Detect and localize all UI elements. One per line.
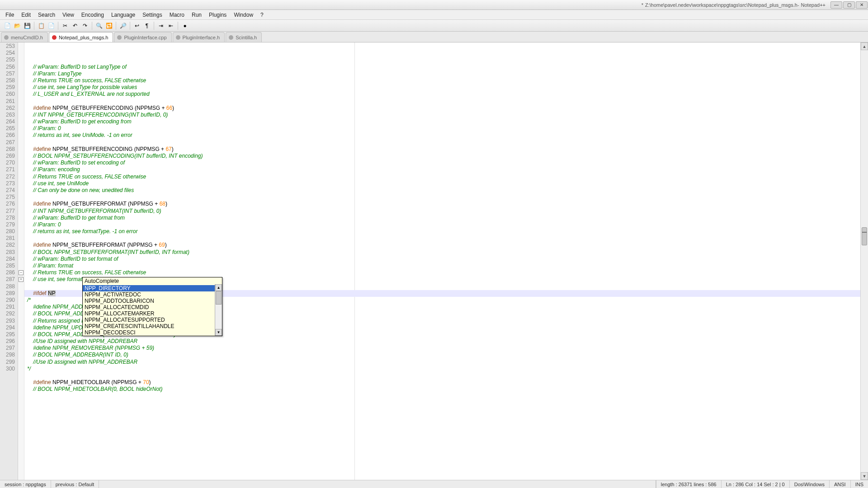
redo-button[interactable]: ↷ [80, 21, 90, 30]
scroll-track[interactable] [861, 50, 868, 472]
code-line[interactable]: */ [24, 366, 860, 372]
copy-button[interactable]: 📋 [37, 21, 46, 30]
fold-toggle[interactable]: − [19, 270, 24, 275]
code-line[interactable]: // wParam: BufferID to set encoding of [24, 160, 860, 166]
code-line[interactable]: // Returns TRUE on success, FALSE otherw… [24, 77, 860, 84]
autocomplete-item[interactable]: NPPM_ALLOCATEMARKER [83, 310, 222, 317]
code-line[interactable]: //Use ID assigned with NPPM_ADDREBAR [24, 359, 860, 366]
code-line[interactable]: // lParam: format [24, 263, 860, 269]
scroll-up-button[interactable]: ▲ [861, 42, 868, 50]
toolbar-separator [130, 22, 130, 30]
code-area[interactable]: // wParam: BufferID to set LangType of /… [24, 42, 860, 480]
rec-button[interactable]: ● [180, 21, 189, 30]
tab-menucmdid-h[interactable]: menuCmdID.h [1, 32, 48, 42]
code-line[interactable] [24, 98, 860, 105]
menu-run[interactable]: Run [188, 11, 205, 19]
menu-plugins[interactable]: Plugins [205, 11, 230, 19]
autocomplete-item[interactable]: NPPM_ACTIVATEDOC [83, 291, 222, 298]
code-line[interactable]: // Can only be done on new, unedited fil… [24, 187, 860, 194]
code-line[interactable]: // use int, see UniMode [24, 180, 860, 187]
menu-file[interactable]: File [2, 11, 18, 19]
menu-window[interactable]: Window [230, 11, 257, 19]
code-line[interactable]: #define NPPM_REMOVEREBAR (NPPMSG + 59) [24, 345, 860, 352]
menu-encoding[interactable]: Encoding [78, 11, 108, 19]
code-line[interactable]: #define NPPM_HIDETOOLBAR (NPPMSG + 70) [24, 379, 860, 386]
code-line[interactable]: #define NPPM_GETBUFFERENCODING (NPPMSG +… [24, 105, 860, 112]
scroll-down-icon[interactable]: ▼ [215, 329, 222, 336]
code-line[interactable] [24, 372, 860, 379]
code-line[interactable]: // lParam: 0 [24, 221, 860, 228]
zoom-button[interactable]: 🔎 [118, 21, 127, 30]
menu-macro[interactable]: Macro [166, 11, 188, 19]
code-line[interactable]: // wParam: BufferID to set format of [24, 256, 860, 263]
code-line[interactable]: // returns as int, see UniMode. -1 on er… [24, 132, 860, 139]
save-button[interactable]: 💾 [23, 21, 32, 30]
autocomplete-scrollbar[interactable]: ▲▼ [215, 284, 222, 336]
autocomplete-item[interactable]: NPP_DIRECTORY [83, 285, 222, 291]
tab-notepad-plus-msgs-h[interactable]: Notepad_plus_msgs.h [49, 32, 113, 42]
code-line[interactable] [24, 235, 860, 242]
autocomplete-item[interactable]: NPPM_ALLOCATECMDID [83, 304, 222, 310]
code-line[interactable]: // lParam: 0 [24, 125, 860, 132]
outdent-button[interactable]: ⇤ [166, 21, 175, 30]
code-line[interactable]: // wParam: BufferID to get encoding from [24, 118, 860, 125]
replace-button[interactable]: 🔁 [104, 21, 113, 30]
code-line[interactable]: // BOOL NPPM_SETBUFFERENCODING(INT buffe… [24, 153, 860, 160]
code-line[interactable] [24, 194, 860, 201]
code-line[interactable]: // INT NPPM_GETBUFFERENCODING(INT buffer… [24, 112, 860, 118]
menu-settings[interactable]: Settings [139, 11, 165, 19]
cut-button[interactable]: ✂ [61, 21, 70, 30]
undo-button[interactable]: ↶ [71, 21, 80, 30]
tab-plugininterface-h[interactable]: PluginInterface.h [173, 32, 225, 42]
code-line[interactable]: // wParam: BufferID to set LangType of [24, 64, 860, 70]
menu-view[interactable]: View [59, 11, 78, 19]
autocomplete-item[interactable]: NPPM_CREATESCINTILLAHANDLE [83, 323, 222, 329]
chars-button[interactable]: ¶ [142, 21, 151, 30]
menu-[interactable]: ? [257, 11, 267, 19]
code-line[interactable]: // lParam: LangType [24, 70, 860, 77]
code-line[interactable]: // INT NPPM_GETBUFFERFORMAT(INT bufferID… [24, 208, 860, 215]
code-line[interactable]: // BOOL NPPM_ADDREBAR(INT ID, 0) [24, 352, 860, 358]
code-line[interactable]: // BOOL NPPM_HIDETOOLBAR(0, BOOL hideOrN… [24, 386, 860, 393]
scroll-thumb[interactable] [216, 291, 222, 305]
line-number-gutter: 2532542552562572582592602612622632642652… [0, 42, 18, 480]
autocomplete-list[interactable]: NPP_DIRECTORYNPPM_ACTIVATEDOCNPPM_ADDTOO… [83, 285, 222, 336]
autocomplete-popup[interactable]: AutoCompleteNPP_DIRECTORYNPPM_ACTIVATEDO… [82, 277, 222, 336]
find-button[interactable]: 🔍 [94, 21, 104, 30]
tab-plugininterface-cpp[interactable]: PluginInterface.cpp [114, 32, 171, 42]
code-line[interactable]: #define NPPM_GETBUFFERFORMAT (NPPMSG + 6… [24, 201, 860, 207]
menu-search[interactable]: Search [34, 11, 59, 19]
menu-language[interactable]: Language [108, 11, 139, 19]
code-line[interactable]: #define NPPM_SETBUFFERFORMAT (NPPMSG + 6… [24, 242, 860, 249]
indent-button[interactable]: ⇥ [156, 21, 165, 30]
close-button[interactable]: ✕ [856, 1, 868, 9]
code-line[interactable]: // wParam: BufferID to get format from [24, 215, 860, 221]
autocomplete-item[interactable]: NPPM_ADDTOOLBARICON [83, 298, 222, 304]
paste-button[interactable]: 📄 [47, 21, 56, 30]
fold-toggle[interactable]: + [19, 277, 24, 282]
code-line[interactable]: // Returns TRUE on success, FALSE otherw… [24, 174, 860, 180]
wrap-button[interactable]: ↩ [132, 21, 142, 30]
scroll-track[interactable] [215, 291, 222, 329]
code-line[interactable]: //Use ID assigned with NPPM_ADDREBAR [24, 338, 860, 345]
code-line[interactable]: #define NPPM_SETBUFFERENCODING (NPPMSG +… [24, 146, 860, 153]
code-line[interactable]: // use int, see LangType for possible va… [24, 84, 860, 91]
code-line[interactable]: // lParam: encoding [24, 166, 860, 173]
autocomplete-item[interactable]: NPPM_DECODESCI [83, 329, 222, 336]
code-line[interactable]: // Returns TRUE on success, FALSE otherw… [24, 269, 860, 276]
minimize-button[interactable]: — [830, 1, 842, 9]
scroll-up-icon[interactable]: ▲ [215, 284, 222, 291]
maximize-button[interactable]: ▢ [843, 1, 855, 9]
vertical-scrollbar[interactable]: ▲ ▼ [860, 42, 868, 480]
new-button[interactable]: 📄 [3, 21, 12, 30]
code-line[interactable]: // L_USER and L_EXTERNAL are not support… [24, 91, 860, 98]
autocomplete-item[interactable]: NPPM_ALLOCATESUPPORTED [83, 317, 222, 323]
code-line[interactable]: // returns as int, see formatType. -1 on… [24, 228, 860, 235]
scroll-thumb[interactable] [862, 227, 867, 245]
open-button[interactable]: 📂 [13, 21, 22, 30]
code-line[interactable] [24, 139, 860, 146]
scroll-down-button[interactable]: ▼ [861, 472, 868, 480]
tab-scintilla-h[interactable]: Scintilla.h [226, 32, 262, 42]
code-line[interactable]: // BOOL NPPM_SETBUFFERFORMAT(INT bufferI… [24, 249, 860, 256]
menu-edit[interactable]: Edit [18, 11, 34, 19]
